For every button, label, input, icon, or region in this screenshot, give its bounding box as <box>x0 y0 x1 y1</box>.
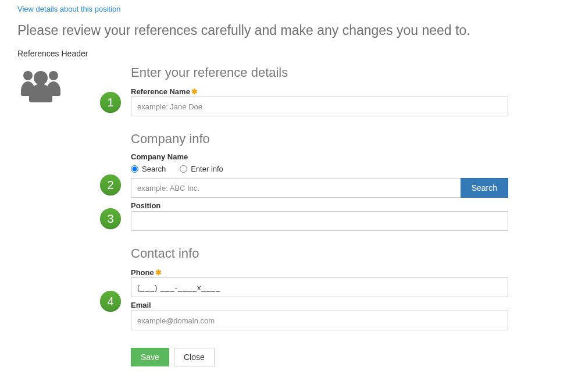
reference-name-input[interactable] <box>131 97 508 116</box>
svg-point-1 <box>49 71 58 80</box>
phone-label: Phone <box>131 268 154 277</box>
references-header-label: References Header <box>0 47 578 65</box>
page-instruction: Please review your references carefully … <box>0 15 578 47</box>
phone-input[interactable] <box>131 277 508 297</box>
email-input[interactable] <box>131 311 508 330</box>
view-details-link[interactable]: View details about this position <box>0 0 121 15</box>
step-badge-3: 3 <box>100 208 121 229</box>
step-badge-2: 2 <box>100 174 121 195</box>
svg-point-0 <box>23 71 33 80</box>
search-button[interactable]: Search <box>461 178 508 198</box>
section-title-company: Company info <box>131 131 508 147</box>
position-input[interactable] <box>131 211 508 231</box>
radio-search[interactable] <box>131 165 138 173</box>
radio-enter-text: Enter info <box>191 165 223 173</box>
radio-search-label[interactable]: Search <box>131 165 166 173</box>
close-button[interactable]: Close <box>174 348 215 366</box>
radio-enter-label[interactable]: Enter info <box>180 165 223 173</box>
radio-enter-info[interactable] <box>180 165 187 173</box>
company-name-label: Company Name <box>131 152 508 161</box>
svg-point-2 <box>34 71 48 85</box>
required-icon: ✱ <box>155 268 162 277</box>
save-button[interactable]: Save <box>131 348 169 366</box>
step-badge-4: 4 <box>100 291 121 312</box>
radio-search-text: Search <box>142 165 166 173</box>
company-search-input[interactable] <box>131 178 461 198</box>
reference-name-label: Reference Name <box>131 87 190 96</box>
position-label: Position <box>131 201 508 210</box>
section-title-contact: Contact info <box>131 246 508 261</box>
required-icon: ✱ <box>191 87 198 96</box>
step-badge-1: 1 <box>100 92 121 113</box>
section-title-reference: Enter your reference details <box>131 65 508 80</box>
email-label: Email <box>131 301 508 309</box>
group-icon <box>17 94 64 104</box>
